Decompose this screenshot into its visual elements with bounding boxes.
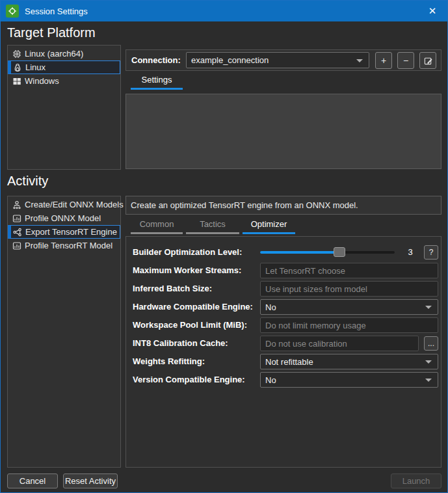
browse-button[interactable]: ... <box>424 336 438 351</box>
remove-connection-button[interactable]: − <box>397 52 414 69</box>
chip-icon <box>12 49 25 59</box>
slider-value: 3 <box>402 245 418 260</box>
platform-item-linux[interactable]: Linux <box>8 60 120 74</box>
field-label: Version Compatible Engine: <box>133 372 245 388</box>
platform-item-label: Linux <box>25 62 46 72</box>
form-row-version-compatible-engine: Version Compatible Engine: No <box>126 372 441 388</box>
select-value: No <box>265 302 276 312</box>
activity-item-create-edit-onnx[interactable]: Create/Edit ONNX Models <box>8 198 120 211</box>
chevron-down-icon <box>356 59 363 62</box>
target-platform-list: Linux (aarch64) Linux Windo <box>7 45 121 170</box>
field-label: Maximum Worker Streams: <box>133 263 241 278</box>
form-row-workspace-pool-limit: Workspace Pool Limit (MiB): <box>126 317 441 333</box>
form-row-int8-calibration-cache: INT8 Calibration Cache: ... <box>126 336 441 351</box>
maximum-worker-streams-input[interactable] <box>260 263 438 278</box>
field-label: Inferred Batch Size: <box>133 281 212 297</box>
field-label: Workspace Pool Limit (MiB): <box>133 317 247 333</box>
reset-activity-button[interactable]: Reset Activity <box>63 473 118 488</box>
connection-settings-panel <box>125 94 441 169</box>
chart-icon <box>12 213 25 224</box>
activity-item-label: Create/Edit ONNX Models <box>25 200 124 209</box>
windows-icon <box>12 76 25 87</box>
connection-label: Connection: <box>131 50 181 70</box>
app-icon <box>6 5 19 18</box>
chevron-down-icon <box>425 379 432 382</box>
select-value: No <box>265 375 276 385</box>
connection-select[interactable]: example_connection <box>186 52 369 68</box>
chevron-down-icon <box>425 360 432 364</box>
activity-item-profile-tensorrt[interactable]: Profile TensorRT Model <box>8 239 120 252</box>
activity-item-profile-onnx[interactable]: Profile ONNX Model <box>8 211 120 225</box>
slider-track[interactable] <box>260 251 395 254</box>
platform-item-linux-aarch64[interactable]: Linux (aarch64) <box>8 47 120 60</box>
field-label: INT8 Calibration Cache: <box>133 336 228 351</box>
field-label: Hardware Compatible Engine: <box>133 299 253 315</box>
tab-tactics[interactable]: Tactics <box>186 219 239 234</box>
penguin-icon <box>12 62 25 73</box>
graph-icon <box>12 227 25 237</box>
platform-item-windows[interactable]: Windows <box>8 74 120 88</box>
activity-item-label: Profile TensorRT Model <box>25 241 112 250</box>
target-platform-heading: Target Platform <box>7 25 96 40</box>
version-compatible-engine-select[interactable]: No <box>260 372 438 388</box>
hardware-compatible-engine-select[interactable]: No <box>260 299 438 315</box>
platform-item-label: Linux (aarch64) <box>25 49 83 59</box>
weights-refitting-select[interactable]: Not refittable <box>260 354 438 369</box>
chevron-down-icon <box>425 306 432 309</box>
gear-swirl-icon <box>8 7 17 16</box>
workspace-pool-limit-input[interactable] <box>260 317 438 333</box>
tab-settings[interactable]: Settings <box>131 74 183 90</box>
form-row-maximum-worker-streams: Maximum Worker Streams: <box>126 263 441 278</box>
slider-handle[interactable] <box>334 247 345 257</box>
edit-connection-button[interactable] <box>419 52 436 69</box>
optimizer-settings-panel: Builder Optimization Level: 3 ? Maximum … <box>125 236 441 468</box>
form-row-weights-refitting: Weights Refitting: Not refittable <box>126 354 441 369</box>
field-label: Weights Refitting: <box>133 354 205 369</box>
field-label: Builder Optimization Level: <box>133 245 242 260</box>
person-network-icon <box>12 200 25 210</box>
tab-optimizer[interactable]: Optimizer <box>243 219 295 234</box>
activity-description: Create an optimized TensorRT engine from… <box>125 196 441 215</box>
window-title: Session Settings <box>25 7 88 16</box>
platform-item-label: Windows <box>25 76 59 86</box>
activity-heading: Activity <box>7 174 48 189</box>
form-row-builder-optimization-level: Builder Optimization Level: 3 ? <box>126 245 441 260</box>
add-connection-button[interactable]: + <box>375 52 392 69</box>
activity-list: Create/Edit ONNX Models Profile ONNX Mod… <box>7 196 121 468</box>
edit-pencil-icon <box>423 56 433 66</box>
form-row-hardware-compatible-engine: Hardware Compatible Engine: No <box>126 299 441 315</box>
activity-item-label: Profile ONNX Model <box>25 213 101 223</box>
form-row-inferred-batch-size: Inferred Batch Size: <box>126 281 441 297</box>
connection-bar: Connection: example_connection + − <box>125 49 441 71</box>
cancel-button[interactable]: Cancel <box>7 473 58 488</box>
activity-item-label: Export TensorRT Engine <box>25 227 117 237</box>
help-button[interactable]: ? <box>424 245 438 260</box>
activity-item-export-tensorrt[interactable]: Export TensorRT Engine <box>8 225 120 239</box>
close-button[interactable]: ✕ <box>417 1 447 21</box>
session-settings-dialog: Session Settings ✕ Target Platform Linux… <box>0 0 448 493</box>
builder-optimization-level-slider[interactable] <box>260 245 395 260</box>
int8-calibration-cache-input[interactable] <box>260 336 419 351</box>
launch-button[interactable]: Launch <box>391 473 441 488</box>
inferred-batch-size-input[interactable] <box>260 281 438 297</box>
slider-fill <box>260 251 339 254</box>
tab-common[interactable]: Common <box>131 219 183 234</box>
titlebar: Session Settings ✕ <box>1 1 447 21</box>
connection-selected-value: example_connection <box>191 55 269 65</box>
chart-icon <box>12 241 25 251</box>
select-value: Not refittable <box>265 357 313 367</box>
